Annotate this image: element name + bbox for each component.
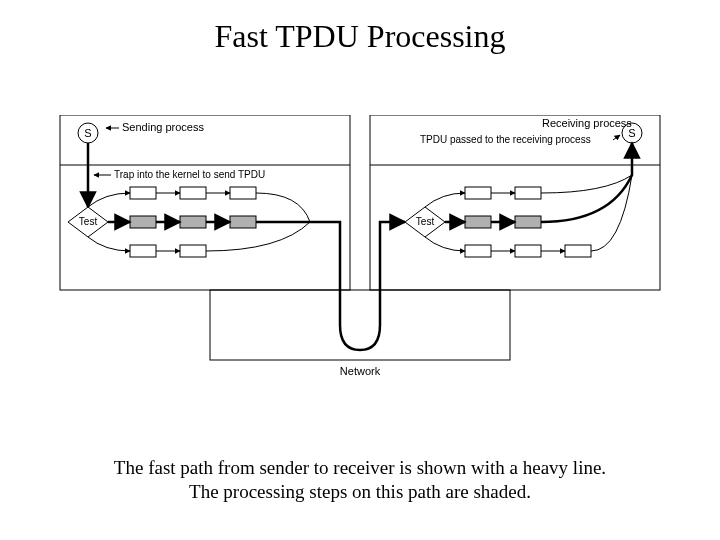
svg-rect-28: [515, 187, 541, 199]
caption-line-2: The processing steps on this path are sh…: [189, 481, 531, 502]
svg-line-25: [613, 135, 620, 140]
svg-rect-27: [465, 187, 491, 199]
svg-rect-7: [130, 187, 156, 199]
svg-rect-0: [60, 115, 350, 290]
svg-rect-14: [180, 245, 206, 257]
svg-rect-31: [465, 245, 491, 257]
svg-rect-9: [230, 187, 256, 199]
caption-line-1: The fast path from sender to receiver is…: [114, 457, 606, 478]
network-label: Network: [340, 365, 381, 377]
sender-test-label: Test: [79, 216, 98, 227]
svg-rect-10: [130, 216, 156, 228]
slide-title: Fast TPDU Processing: [0, 18, 720, 55]
sender-s-label: S: [84, 127, 91, 139]
receiving-process-label: Receiving process: [542, 117, 632, 129]
svg-rect-13: [130, 245, 156, 257]
slide-caption: The fast path from sender to receiver is…: [0, 456, 720, 504]
svg-rect-11: [180, 216, 206, 228]
passed-label: TPDU passed to the receiving process: [420, 134, 591, 145]
svg-rect-12: [230, 216, 256, 228]
svg-rect-32: [515, 245, 541, 257]
svg-rect-8: [180, 187, 206, 199]
svg-rect-33: [565, 245, 591, 257]
receiver-test-label: Test: [416, 216, 435, 227]
tpdu-diagram: S Sending process Trap into the kernel t…: [50, 115, 670, 415]
svg-rect-29: [465, 216, 491, 228]
trap-label: Trap into the kernel to send TPDU: [114, 169, 265, 180]
svg-rect-30: [515, 216, 541, 228]
sending-process-label: Sending process: [122, 121, 204, 133]
